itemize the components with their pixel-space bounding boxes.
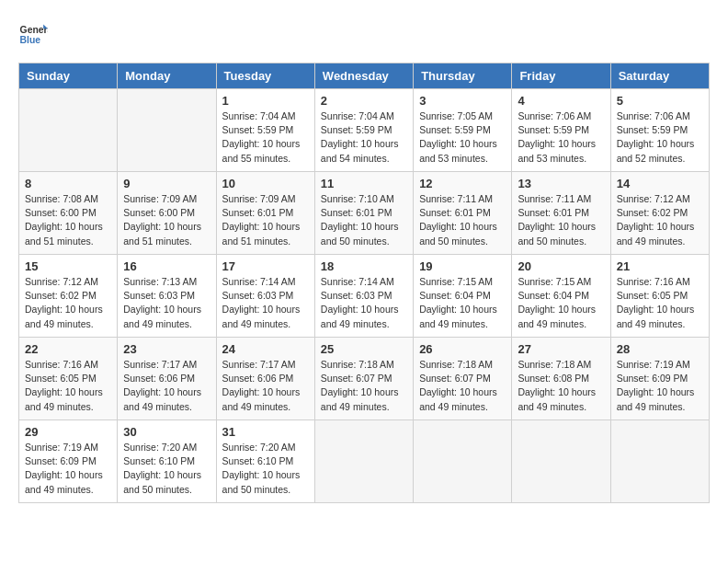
- day-info: Sunrise: 7:11 AM Sunset: 6:01 PM Dayligh…: [518, 192, 604, 248]
- svg-text:Blue: Blue: [20, 35, 41, 45]
- day-number: 12: [419, 177, 506, 190]
- page-header: General Blue: [18, 18, 710, 48]
- calendar-day-cell: 5 Sunrise: 7:06 AM Sunset: 5:59 PM Dayli…: [610, 89, 709, 172]
- calendar-day-cell: 25 Sunrise: 7:18 AM Sunset: 6:07 PM Dayl…: [314, 338, 413, 420]
- calendar-day-cell: 27 Sunrise: 7:18 AM Sunset: 6:08 PM Dayl…: [512, 338, 610, 420]
- calendar-day-cell: 15 Sunrise: 7:12 AM Sunset: 6:02 PM Dayl…: [19, 255, 118, 338]
- day-info: Sunrise: 7:20 AM Sunset: 6:10 PM Dayligh…: [123, 441, 210, 497]
- day-info: Sunrise: 7:06 AM Sunset: 5:59 PM Dayligh…: [518, 109, 604, 166]
- logo: General Blue: [18, 18, 48, 48]
- day-number: 4: [518, 94, 604, 108]
- day-info: Sunrise: 7:14 AM Sunset: 6:03 PM Dayligh…: [222, 275, 309, 331]
- weekday-header: Friday: [512, 63, 610, 89]
- day-number: 11: [321, 177, 407, 190]
- day-number: 5: [617, 94, 703, 108]
- calendar-day-cell: 16 Sunrise: 7:13 AM Sunset: 6:03 PM Dayl…: [118, 255, 216, 338]
- day-info: Sunrise: 7:09 AM Sunset: 6:01 PM Dayligh…: [222, 192, 309, 248]
- calendar-week-row: 22 Sunrise: 7:16 AM Sunset: 6:05 PM Dayl…: [19, 338, 710, 420]
- day-info: Sunrise: 7:18 AM Sunset: 6:08 PM Dayligh…: [518, 358, 604, 414]
- day-number: 26: [419, 342, 506, 356]
- day-number: 30: [123, 425, 210, 439]
- day-info: Sunrise: 7:18 AM Sunset: 6:07 PM Dayligh…: [321, 358, 407, 414]
- day-info: Sunrise: 7:06 AM Sunset: 5:59 PM Dayligh…: [617, 109, 703, 166]
- day-number: 28: [617, 342, 703, 356]
- calendar-empty-cell: [314, 420, 413, 503]
- day-info: Sunrise: 7:15 AM Sunset: 6:04 PM Dayligh…: [419, 275, 506, 331]
- calendar-empty-cell: [610, 420, 709, 503]
- calendar-day-cell: 4 Sunrise: 7:06 AM Sunset: 5:59 PM Dayli…: [512, 89, 610, 172]
- day-number: 15: [25, 259, 111, 273]
- day-number: 29: [25, 425, 111, 439]
- calendar-day-cell: 9 Sunrise: 7:09 AM Sunset: 6:00 PM Dayli…: [118, 172, 216, 255]
- calendar-empty-cell: [118, 89, 216, 172]
- day-number: 19: [419, 259, 506, 273]
- calendar-day-cell: 23 Sunrise: 7:17 AM Sunset: 6:06 PM Dayl…: [118, 338, 216, 420]
- day-number: 31: [222, 425, 309, 439]
- day-info: Sunrise: 7:14 AM Sunset: 6:03 PM Dayligh…: [321, 275, 407, 331]
- day-number: 9: [123, 177, 210, 190]
- calendar-empty-cell: [19, 89, 118, 172]
- calendar-day-cell: 24 Sunrise: 7:17 AM Sunset: 6:06 PM Dayl…: [216, 338, 314, 420]
- day-info: Sunrise: 7:13 AM Sunset: 6:03 PM Dayligh…: [123, 275, 210, 331]
- calendar-day-cell: 8 Sunrise: 7:08 AM Sunset: 6:00 PM Dayli…: [19, 172, 118, 255]
- day-info: Sunrise: 7:08 AM Sunset: 6:00 PM Dayligh…: [25, 192, 111, 248]
- calendar-week-row: 15 Sunrise: 7:12 AM Sunset: 6:02 PM Dayl…: [19, 255, 710, 338]
- day-number: 23: [123, 342, 210, 356]
- day-number: 25: [321, 342, 407, 356]
- day-number: 18: [321, 259, 407, 273]
- calendar-day-cell: 19 Sunrise: 7:15 AM Sunset: 6:04 PM Dayl…: [414, 255, 512, 338]
- day-info: Sunrise: 7:18 AM Sunset: 6:07 PM Dayligh…: [419, 358, 506, 414]
- calendar-day-cell: 20 Sunrise: 7:15 AM Sunset: 6:04 PM Dayl…: [512, 255, 610, 338]
- weekday-header: Monday: [118, 63, 216, 89]
- day-info: Sunrise: 7:11 AM Sunset: 6:01 PM Dayligh…: [419, 192, 506, 248]
- day-number: 16: [123, 259, 210, 273]
- logo-icon: General Blue: [18, 18, 48, 48]
- calendar-week-row: 29 Sunrise: 7:19 AM Sunset: 6:09 PM Dayl…: [19, 420, 710, 503]
- calendar-week-row: 8 Sunrise: 7:08 AM Sunset: 6:00 PM Dayli…: [19, 172, 710, 255]
- calendar-day-cell: 17 Sunrise: 7:14 AM Sunset: 6:03 PM Dayl…: [216, 255, 314, 338]
- day-info: Sunrise: 7:15 AM Sunset: 6:04 PM Dayligh…: [518, 275, 604, 331]
- calendar-day-cell: 13 Sunrise: 7:11 AM Sunset: 6:01 PM Dayl…: [512, 172, 610, 255]
- weekday-header: Wednesday: [314, 63, 413, 89]
- calendar-day-cell: 30 Sunrise: 7:20 AM Sunset: 6:10 PM Dayl…: [118, 420, 216, 503]
- day-number: 2: [321, 94, 407, 108]
- day-number: 14: [617, 177, 703, 190]
- weekday-header: Sunday: [19, 63, 118, 89]
- weekday-header: Thursday: [414, 63, 512, 89]
- calendar-day-cell: 21 Sunrise: 7:16 AM Sunset: 6:05 PM Dayl…: [610, 255, 709, 338]
- day-info: Sunrise: 7:19 AM Sunset: 6:09 PM Dayligh…: [25, 441, 111, 497]
- calendar-day-cell: 31 Sunrise: 7:20 AM Sunset: 6:10 PM Dayl…: [216, 420, 314, 503]
- day-number: 27: [518, 342, 604, 356]
- day-info: Sunrise: 7:20 AM Sunset: 6:10 PM Dayligh…: [222, 441, 309, 497]
- day-number: 24: [222, 342, 309, 356]
- day-number: 17: [222, 259, 309, 273]
- day-info: Sunrise: 7:04 AM Sunset: 5:59 PM Dayligh…: [321, 109, 407, 166]
- day-info: Sunrise: 7:05 AM Sunset: 5:59 PM Dayligh…: [419, 109, 506, 166]
- day-info: Sunrise: 7:10 AM Sunset: 6:01 PM Dayligh…: [321, 192, 407, 248]
- day-info: Sunrise: 7:16 AM Sunset: 6:05 PM Dayligh…: [617, 275, 703, 331]
- day-info: Sunrise: 7:09 AM Sunset: 6:00 PM Dayligh…: [123, 192, 210, 248]
- day-info: Sunrise: 7:19 AM Sunset: 6:09 PM Dayligh…: [617, 358, 703, 414]
- calendar-day-cell: 14 Sunrise: 7:12 AM Sunset: 6:02 PM Dayl…: [610, 172, 709, 255]
- calendar-day-cell: 28 Sunrise: 7:19 AM Sunset: 6:09 PM Dayl…: [610, 338, 709, 420]
- calendar-day-cell: 3 Sunrise: 7:05 AM Sunset: 5:59 PM Dayli…: [414, 89, 512, 172]
- day-info: Sunrise: 7:17 AM Sunset: 6:06 PM Dayligh…: [222, 358, 309, 414]
- calendar-table: SundayMondayTuesdayWednesdayThursdayFrid…: [18, 63, 710, 503]
- calendar-day-cell: 22 Sunrise: 7:16 AM Sunset: 6:05 PM Dayl…: [19, 338, 118, 420]
- day-number: 13: [518, 177, 604, 190]
- calendar-week-row: 1 Sunrise: 7:04 AM Sunset: 5:59 PM Dayli…: [19, 89, 710, 172]
- weekday-header: Saturday: [610, 63, 709, 89]
- day-info: Sunrise: 7:12 AM Sunset: 6:02 PM Dayligh…: [617, 192, 703, 248]
- day-number: 22: [25, 342, 111, 356]
- day-number: 20: [518, 259, 604, 273]
- calendar-day-cell: 11 Sunrise: 7:10 AM Sunset: 6:01 PM Dayl…: [314, 172, 413, 255]
- calendar-empty-cell: [512, 420, 610, 503]
- day-number: 10: [222, 177, 309, 190]
- day-number: 8: [25, 177, 111, 190]
- calendar-day-cell: 29 Sunrise: 7:19 AM Sunset: 6:09 PM Dayl…: [19, 420, 118, 503]
- weekday-header: Tuesday: [216, 63, 314, 89]
- day-info: Sunrise: 7:12 AM Sunset: 6:02 PM Dayligh…: [25, 275, 111, 331]
- day-number: 1: [222, 94, 309, 108]
- day-number: 21: [617, 259, 703, 273]
- day-number: 3: [419, 94, 506, 108]
